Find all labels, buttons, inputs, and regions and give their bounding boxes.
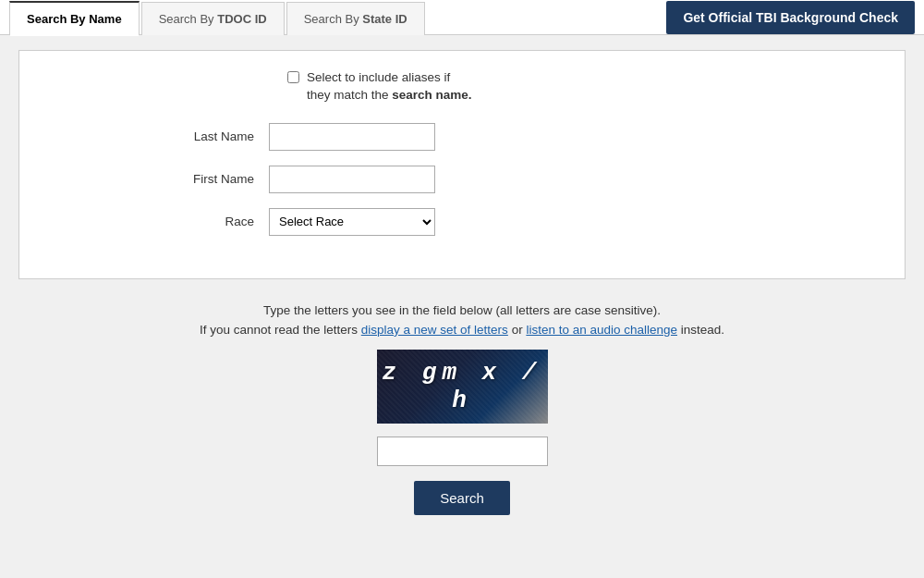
last-name-input[interactable] [269,123,435,151]
captcha-text: z gm x / h [377,359,548,414]
tab-bar: Search By Name Search By TDOC ID Search … [0,0,924,35]
first-name-label: First Name [47,172,269,186]
captcha-instruction-middle: or [508,323,527,337]
captcha-section: Type the letters you see in the field be… [0,294,924,524]
captcha-instruction-2: If you cannot read the letters display a… [0,323,924,337]
tab-search-by-tdoc[interactable]: Search By TDOC ID [141,2,285,35]
search-button[interactable]: Search [414,481,510,515]
alias-label[interactable]: Select to include aliases ifthey match t… [307,69,472,105]
tab-search-by-name[interactable]: Search By Name [9,1,140,35]
display-new-letters-link[interactable]: display a new set of letters [361,323,508,337]
first-name-row: First Name [47,166,877,193]
race-row: Race Select Race White Black Hispanic As… [47,208,877,236]
tabs-container: Search By Name Search By TDOC ID Search … [9,0,427,34]
captcha-instruction-prefix: If you cannot read the letters [200,323,361,337]
search-form-card: Select to include aliases ifthey match t… [18,50,906,279]
captcha-image: z gm x / h [377,350,548,424]
captcha-input[interactable] [377,437,548,466]
captcha-instruction-1: Type the letters you see in the field be… [0,303,924,317]
tab-search-by-state[interactable]: Search By State ID [286,2,425,35]
race-select[interactable]: Select Race White Black Hispanic Asian O… [269,208,435,236]
audio-challenge-link[interactable]: listen to an audio challenge [526,323,677,337]
last-name-row: Last Name [47,123,877,151]
captcha-instruction-suffix: instead. [677,323,724,337]
tbi-background-check-button[interactable]: Get Official TBI Background Check [666,1,915,34]
last-name-label: Last Name [47,129,269,143]
alias-checkbox[interactable] [287,71,299,83]
race-label: Race [47,215,269,228]
first-name-input[interactable] [269,166,435,193]
alias-row: Select to include aliases ifthey match t… [287,69,877,105]
